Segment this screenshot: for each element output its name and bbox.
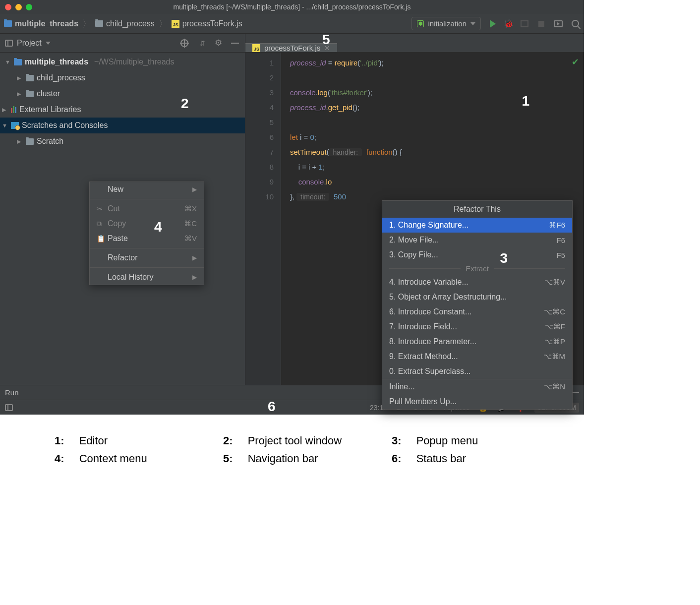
inspection-ok-icon: ✔ — [572, 57, 579, 67]
expand-icon[interactable]: ▶ — [17, 75, 23, 81]
breadcrumb-item[interactable]: child_process — [95, 19, 155, 28]
tool-windows-icon[interactable] — [5, 404, 13, 411]
folder-icon — [26, 75, 34, 81]
popup-item-change-signature[interactable]: 1. Change Signature...⌘F6 — [382, 218, 572, 233]
folder-icon — [95, 20, 103, 27]
close-tab-icon[interactable]: ✕ — [324, 44, 330, 52]
expand-icon[interactable]: ▶ — [17, 91, 23, 97]
folder-icon — [26, 91, 34, 97]
window-minimize-icon[interactable] — [15, 4, 22, 10]
menu-item-refactor[interactable]: Refactor▶ — [90, 250, 204, 265]
run-tool-tab[interactable]: Run — [5, 388, 19, 397]
editor-tab[interactable]: JS processToFork.js ✕ — [245, 43, 337, 52]
editor-tab-strip: JS processToFork.js ✕ — [245, 34, 584, 53]
breadcrumb-item[interactable]: multiple_threads — [4, 19, 78, 28]
menu-item-local-history[interactable]: Local History▶ — [90, 270, 204, 285]
stop-icon — [538, 21, 544, 27]
submenu-arrow-icon: ▶ — [192, 186, 197, 193]
chevron-down-icon — [470, 22, 475, 25]
terminal-icon — [554, 20, 563, 27]
copy-icon: ⧉ — [97, 220, 108, 228]
popup-item-pull-up[interactable]: Pull Members Up... — [382, 394, 572, 409]
tree-row[interactable]: ▶ External Libraries — [0, 102, 245, 118]
breadcrumb-item[interactable]: JS processToFork.js — [172, 19, 242, 28]
popup-item[interactable]: 6. Introduce Constant...⌥⌘C — [382, 304, 572, 319]
stop-button-2 — [536, 19, 546, 29]
tool-window-title[interactable]: Project — [5, 39, 51, 48]
play-icon — [490, 20, 496, 28]
stop-button — [520, 19, 529, 29]
library-icon — [11, 106, 16, 113]
breadcrumb: multiple_threads 〉 child_process 〉 JS pr… — [4, 18, 242, 30]
minus-icon — [231, 43, 239, 44]
project-icon — [5, 40, 13, 47]
menu-item-new[interactable]: New▶ — [90, 182, 204, 197]
submenu-arrow-icon: ▶ — [192, 274, 197, 281]
tree-row[interactable]: ▼ Scratches and Consoles — [0, 118, 245, 133]
locate-button[interactable] — [179, 38, 189, 48]
popup-item-move-file[interactable]: 2. Move File...F6 — [382, 233, 572, 247]
menu-item-copy[interactable]: ⧉Copy⌘C — [90, 216, 204, 231]
run-anything-button[interactable] — [553, 19, 563, 29]
annotation-marker: 6 — [268, 399, 276, 415]
window-title: multiple_threads [~/WS/multiple_threads]… — [174, 3, 411, 11]
folder-icon — [26, 138, 34, 145]
hide-icon[interactable] — [572, 392, 579, 393]
popup-item[interactable]: 7. Introduce Field...⌥⌘F — [382, 319, 572, 334]
tree-row[interactable]: ▼ multiple_threads ~/WS/multiple_threads — [0, 54, 245, 70]
chevron-right-icon: 〉 — [157, 18, 170, 30]
editor-gutter: 12345678910 — [245, 53, 281, 385]
project-tool-window: Project ⇵ ⚙ ▼ multiple_threads ~/WS/mult… — [0, 34, 245, 385]
folder-icon — [4, 20, 12, 27]
menu-item-paste[interactable]: 📋Paste⌘V — [90, 231, 204, 246]
chevron-down-icon — [46, 42, 51, 45]
search-everywhere-button[interactable] — [570, 19, 580, 29]
ide-window: multiple_threads [~/WS/multiple_threads]… — [0, 0, 584, 415]
collapse-all-button[interactable]: ⇵ — [196, 38, 206, 48]
tree-row[interactable]: ▶ Scratch — [0, 133, 245, 149]
legend: 1: Editor 2: Project tool window 3: Popu… — [0, 415, 700, 475]
popup-item[interactable]: 4. Introduce Variable...⌥⌘V — [382, 275, 572, 290]
settings-button[interactable]: ⚙ — [213, 38, 223, 48]
expand-icon[interactable]: ▼ — [2, 122, 8, 128]
popup-item-inline[interactable]: Inline...⌥⌘N — [382, 379, 572, 394]
search-icon — [572, 20, 579, 27]
js-file-icon: JS — [252, 44, 260, 52]
popup-item[interactable]: 0. Extract Superclass... — [382, 364, 572, 379]
nodejs-icon: ⬢ — [417, 20, 424, 27]
popup-section-header: Extract — [382, 262, 572, 275]
popup-item[interactable]: 9. Extract Method...⌥⌘M — [382, 349, 572, 364]
submenu-arrow-icon: ▶ — [192, 254, 197, 261]
popup-item[interactable]: 8. Introduce Parameter...⌥⌘P — [382, 334, 572, 349]
chevron-right-icon: 〉 — [80, 18, 93, 30]
run-configuration-selector[interactable]: ⬢ initialization — [411, 17, 481, 30]
expand-icon[interactable]: ▼ — [5, 59, 11, 65]
popup-item[interactable]: 5. Object or Array Destructuring... — [382, 290, 572, 304]
context-menu: New▶ ✂Cut⌘X ⧉Copy⌘C 📋Paste⌘V Refactor▶ — [89, 182, 204, 285]
popup-item-copy-file[interactable]: 3. Copy File...F5 — [382, 247, 572, 262]
tree-row[interactable]: ▶ cluster — [0, 86, 245, 102]
window-close-icon[interactable] — [5, 4, 11, 10]
expand-icon[interactable]: ▶ — [17, 138, 23, 145]
tree-row[interactable]: ▶ child_process — [0, 70, 245, 86]
window-zoom-icon[interactable] — [26, 4, 32, 10]
scratches-icon — [11, 122, 19, 129]
hide-button[interactable] — [230, 38, 240, 48]
project-tree[interactable]: ▼ multiple_threads ~/WS/multiple_threads… — [0, 53, 245, 149]
titlebar: multiple_threads [~/WS/multiple_threads]… — [0, 0, 584, 14]
js-file-icon: JS — [172, 20, 179, 28]
paste-icon: 📋 — [97, 235, 108, 242]
stop-icon — [521, 20, 528, 27]
target-icon — [180, 39, 188, 47]
refactor-popup: Refactor This 1. Change Signature...⌘F6 … — [382, 200, 573, 410]
debug-button[interactable]: 🐞 — [505, 20, 513, 27]
folder-icon — [14, 59, 22, 65]
cut-icon: ✂ — [97, 205, 108, 213]
run-button[interactable] — [488, 19, 498, 29]
navigation-bar: multiple_threads 〉 child_process 〉 JS pr… — [0, 14, 584, 34]
expand-icon[interactable]: ▶ — [2, 107, 8, 113]
menu-item-cut[interactable]: ✂Cut⌘X — [90, 201, 204, 216]
popup-title: Refactor This — [382, 201, 572, 218]
